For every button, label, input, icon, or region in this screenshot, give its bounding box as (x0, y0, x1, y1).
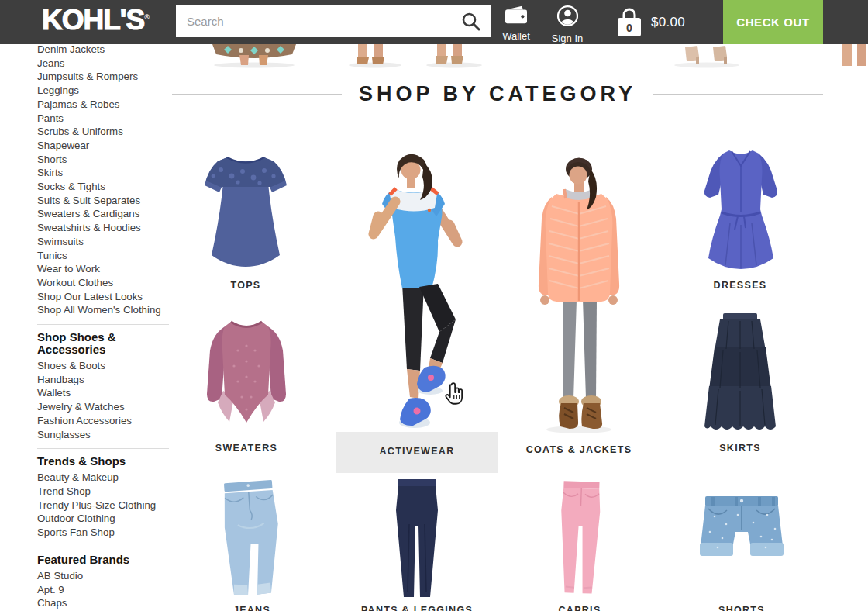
sidebar-item-skirts[interactable]: Skirts (37, 166, 169, 180)
sidebar: Denim Jackets Jeans Jumpsuits & Rompers … (37, 43, 169, 610)
sidebar-item-swimsuits[interactable]: Swimsuits (37, 235, 169, 249)
sign-in-icon (556, 4, 580, 31)
shop-by-category-header: SHOP BY CATEGORY (172, 82, 823, 106)
sidebar-item-sweatshirts-hoodies[interactable]: Sweatshirts & Hoodies (37, 221, 169, 235)
sidebar-item-apt-9[interactable]: Apt. 9 (37, 583, 169, 597)
cart-count: 0 (615, 20, 643, 36)
sidebar-item-wallets[interactable]: Wallets (37, 386, 169, 400)
sidebar-item-denim-jackets[interactable]: Denim Jackets (37, 43, 169, 57)
sidebar-item-sunglasses[interactable]: Sunglasses (37, 428, 169, 442)
sidebar-item-workout-clothes[interactable]: Workout Clothes (37, 276, 169, 290)
sidebar-item-trendy-plus-size[interactable]: Trendy Plus-Size Clothing (37, 499, 169, 513)
search-icon[interactable] (461, 12, 481, 32)
sidebar-item-jewelry-watches[interactable]: Jewelry & Watches (37, 400, 169, 414)
category-label-activewear[interactable]: ACTIVEWEAR (336, 446, 498, 457)
sidebar-item-beauty-makeup[interactable]: Beauty & Makeup (37, 471, 169, 485)
sidebar-item-suits[interactable]: Suits & Suit Separates (37, 194, 169, 208)
header-divider (608, 6, 608, 37)
sidebar-item-socks-tights[interactable]: Socks & Tights (37, 180, 169, 194)
wallet-button[interactable]: Wallet (493, 4, 539, 42)
category-label-skirts[interactable]: SKIRTS (682, 443, 798, 454)
sidebar-item-outdoor-clothing[interactable]: Outdoor Clothing (37, 512, 169, 526)
wallet-label: Wallet (502, 30, 530, 42)
sidebar-divider (37, 547, 169, 547)
search-input[interactable] (176, 15, 461, 28)
category-tile-activewear-hover[interactable]: ACTIVEWEAR (336, 432, 498, 473)
checkout-button[interactable]: CHECK OUT (723, 0, 823, 44)
cart-button[interactable]: 0 $0.00 (615, 0, 685, 44)
featured-brands-links: AB Studio Apt. 9 Chaps (37, 569, 169, 610)
cart-total: $0.00 (651, 15, 685, 30)
clothing-links: Denim Jackets Jeans Jumpsuits & Rompers … (37, 43, 169, 317)
header: KOHL'S® Wallet Sign In (0, 0, 868, 44)
category-label-shorts[interactable]: SHORTS (699, 605, 784, 611)
sidebar-item-scrubs-uniforms[interactable]: Scrubs & Uniforms (37, 125, 169, 139)
sidebar-item-leggings[interactable]: Leggings (37, 84, 169, 98)
cropped-product-image-legs[interactable] (347, 44, 482, 71)
cropped-product-image-heels[interactable] (668, 44, 749, 71)
sidebar-item-sports-fan-shop[interactable]: Sports Fan Shop (37, 526, 169, 540)
sidebar-item-chaps[interactable]: Chaps (37, 596, 169, 610)
sidebar-heading-featured-brands: Featured Brands (37, 554, 169, 566)
search-box (176, 5, 491, 37)
category-label-dresses[interactable]: DRESSES (682, 280, 798, 291)
sidebar-item-all-womens-clothing[interactable]: Shop All Women's Clothing (37, 303, 169, 317)
sidebar-item-jeans[interactable]: Jeans (37, 57, 169, 71)
category-image-shorts[interactable] (691, 493, 792, 577)
sidebar-item-shapewear[interactable]: Shapewear (37, 139, 169, 153)
trends-shops-links: Beauty & Makeup Trend Shop Trendy Plus-S… (37, 471, 169, 540)
registered-mark: ® (144, 13, 150, 21)
sidebar-item-handbags[interactable]: Handbags (37, 373, 169, 387)
sidebar-item-pajamas-robes[interactable]: Pajamas & Robes (37, 98, 169, 112)
shopping-bag-icon: 0 (615, 7, 643, 38)
kohls-logo[interactable]: KOHL'S® (42, 4, 150, 36)
sidebar-item-tunics[interactable]: Tunics (37, 249, 169, 263)
category-image-jeans[interactable] (215, 478, 288, 600)
sidebar-item-ab-studio[interactable]: AB Studio (37, 569, 169, 583)
sidebar-item-trend-shop[interactable]: Trend Shop (37, 485, 169, 499)
category-label-pants-leggings[interactable]: PANTS & LEGGINGS (359, 605, 475, 611)
category-label-jeans[interactable]: JEANS (209, 605, 294, 611)
sign-in-button[interactable]: Sign In (544, 4, 591, 44)
category-label-capris[interactable]: CAPRIS (541, 605, 618, 611)
category-label-tops[interactable]: TOPS (191, 280, 300, 291)
category-image-skirts[interactable] (694, 312, 787, 434)
category-image-activewear[interactable] (353, 138, 481, 431)
sidebar-item-latest-looks[interactable]: Shop Our Latest Looks (37, 290, 169, 304)
category-image-coats-jackets[interactable] (521, 147, 637, 436)
cropped-product-image-legs-right[interactable] (839, 44, 868, 71)
title-rule-left (172, 94, 342, 95)
category-label-sweaters[interactable]: SWEATERS (195, 443, 298, 454)
sidebar-divider (37, 324, 169, 325)
sidebar-divider (37, 448, 169, 449)
sidebar-item-pants[interactable]: Pants (37, 112, 169, 126)
sidebar-item-sweaters-cardigans[interactable]: Sweaters & Cardigans (37, 207, 169, 221)
category-image-tops[interactable] (191, 142, 300, 277)
title-rule-right (653, 94, 823, 95)
sidebar-heading-trends-shops: Trends & Shops (37, 455, 169, 468)
sidebar-heading-shoes-accessories: Shop Shoes & Accessories (37, 331, 169, 356)
page-title: SHOP BY CATEGORY (359, 82, 636, 106)
category-image-dresses[interactable] (695, 143, 787, 276)
shoes-accessories-links: Shoes & Boots Handbags Wallets Jewelry &… (37, 359, 169, 441)
category-label-coats-jackets[interactable]: COATS & JACKETS (521, 444, 637, 455)
sidebar-item-jumpsuits-rompers[interactable]: Jumpsuits & Rompers (37, 70, 169, 84)
category-image-sweaters[interactable] (195, 312, 298, 432)
sidebar-item-shorts[interactable]: Shorts (37, 153, 169, 167)
sidebar-item-fashion-accessories[interactable]: Fashion Accessories (37, 414, 169, 428)
sidebar-item-shoes-boots[interactable]: Shoes & Boots (37, 359, 169, 373)
category-image-pants-leggings[interactable] (386, 476, 448, 602)
wallet-icon (503, 4, 529, 29)
sign-in-label: Sign In (552, 33, 583, 44)
cropped-product-image-skirt[interactable] (206, 44, 302, 71)
category-image-capris[interactable] (550, 478, 609, 599)
sidebar-item-wear-to-work[interactable]: Wear to Work (37, 262, 169, 276)
